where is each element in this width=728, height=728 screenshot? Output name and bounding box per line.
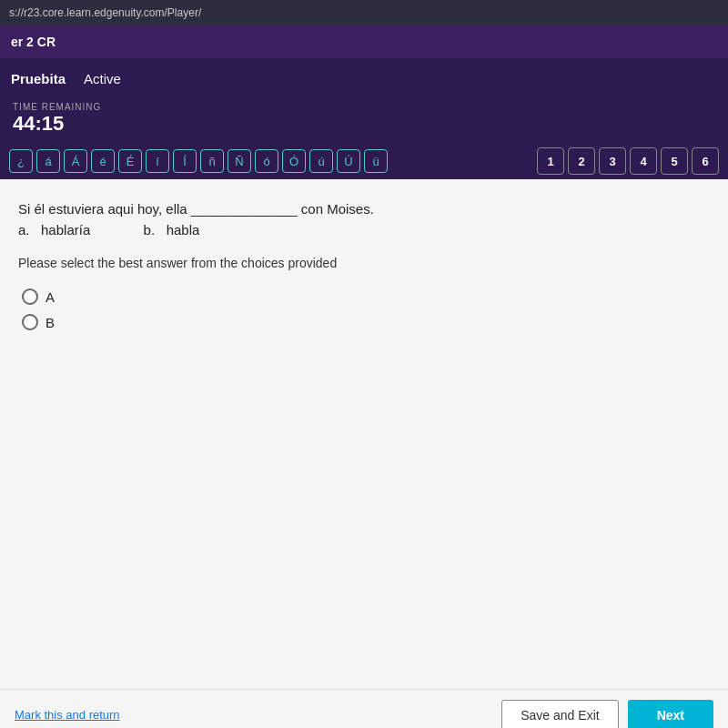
char-btn-i-acute[interactable]: í: [146, 149, 169, 173]
prompt-text: Please select the best answer from the c…: [18, 256, 710, 270]
time-label: TIME REMAINING: [13, 102, 715, 112]
active-status: Active: [84, 71, 121, 86]
char-btn-U-acute[interactable]: Ú: [337, 149, 360, 173]
char-btn-u-umlaut[interactable]: ü: [364, 149, 388, 173]
sub-header: Pruebita Active: [0, 58, 728, 98]
radio-option-a[interactable]: A: [22, 288, 710, 305]
char-btn-I-acute[interactable]: Í: [173, 149, 197, 173]
radio-circle-b: [22, 314, 38, 330]
next-button[interactable]: Next: [628, 700, 713, 729]
option-b-text: habla: [167, 222, 200, 238]
time-value: 44:15: [13, 112, 715, 136]
question-num-2[interactable]: 2: [568, 147, 595, 175]
pruebita-label: Pruebita: [11, 71, 66, 86]
char-btn-E-acute[interactable]: É: [118, 149, 142, 173]
header-bar: er 2 CR: [0, 25, 728, 58]
char-btn-inverted-question[interactable]: ¿: [9, 149, 33, 173]
char-btn-a-acute[interactable]: á: [36, 149, 60, 173]
choice-b-label: B: [46, 315, 55, 330]
char-btn-N-tilde[interactable]: Ñ: [228, 149, 251, 173]
time-section: TIME REMAINING 44:15: [0, 98, 728, 143]
question-sentence: Si él estuviera aqui hoy, ella _________…: [18, 201, 374, 217]
radio-group: A B: [22, 288, 710, 330]
option-a-text: hablaría: [41, 222, 90, 238]
content-wrapper: Si él estuviera aqui hoy, ella _________…: [0, 179, 728, 728]
footer: Mark this and return Save and Exit Next: [0, 689, 728, 728]
answer-options-inline: a. hablaría b. habla: [18, 222, 710, 238]
char-btn-A-acute[interactable]: Á: [64, 149, 87, 173]
char-btn-e-acute[interactable]: é: [91, 149, 115, 173]
char-btn-O-acute[interactable]: Ó: [282, 149, 306, 173]
radio-option-b[interactable]: B: [22, 314, 710, 330]
main-content: Si él estuviera aqui hoy, ella _________…: [0, 179, 728, 634]
choice-a-label: A: [46, 289, 55, 305]
question-num-5[interactable]: 5: [661, 147, 688, 175]
special-chars-bar: ¿ á Á é É í Í ñ Ñ ó Ó ú Ú ü 1 2 3 4 5 6: [0, 143, 728, 179]
question-text: Si él estuviera aqui hoy, ella _________…: [18, 201, 710, 217]
browser-url: s://r23.core.learn.edgenuity.com/Player/: [9, 6, 201, 19]
radio-circle-a: [22, 288, 38, 305]
mark-return-button[interactable]: Mark this and return: [15, 708, 120, 722]
option-a-label: a.: [18, 222, 30, 238]
question-num-3[interactable]: 3: [599, 147, 626, 175]
question-num-1[interactable]: 1: [537, 147, 564, 175]
browser-bar: s://r23.core.learn.edgenuity.com/Player/: [0, 0, 728, 25]
page-title: er 2 CR: [11, 35, 56, 49]
char-btn-u-acute[interactable]: ú: [309, 149, 333, 173]
footer-right: Save and Exit Next: [501, 700, 713, 729]
question-num-4[interactable]: 4: [630, 147, 657, 175]
question-num-6[interactable]: 6: [692, 147, 719, 175]
char-btn-n-tilde[interactable]: ñ: [200, 149, 224, 173]
char-btn-o-acute[interactable]: ó: [255, 149, 278, 173]
option-b-label: b.: [144, 222, 156, 238]
save-exit-button[interactable]: Save and Exit: [501, 700, 618, 729]
